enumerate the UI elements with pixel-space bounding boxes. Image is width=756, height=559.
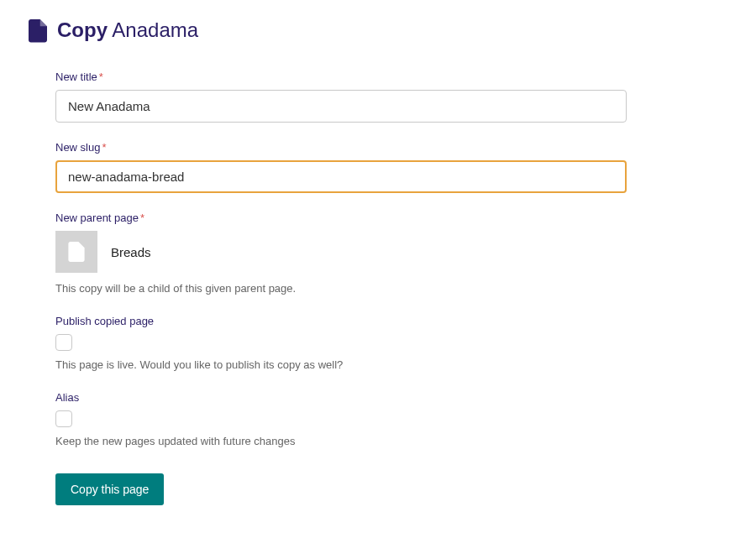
parent-page-chooser[interactable]: Breads [55, 231, 627, 273]
copy-form: New title* New slug* New parent page* Br… [55, 71, 627, 505]
new-slug-label: New slug* [55, 141, 627, 154]
required-marker: * [99, 71, 103, 83]
new-slug-field: New slug* [55, 141, 627, 193]
page-title: Copy Anadama [57, 18, 198, 42]
alias-help-text: Keep the new pages updated with future c… [55, 434, 627, 449]
new-title-label: New title* [55, 71, 627, 83]
new-parent-label: New parent page* [55, 212, 627, 224]
copy-this-page-button[interactable]: Copy this page [55, 473, 164, 505]
page-icon [29, 19, 47, 41]
title-action: Copy [57, 18, 108, 41]
parent-page-thumbnail [55, 231, 97, 273]
new-parent-field: New parent page* Breads This copy will b… [55, 212, 627, 296]
required-marker: * [102, 141, 106, 154]
parent-page-name: Breads [111, 245, 151, 259]
new-slug-input[interactable] [55, 160, 627, 193]
publish-checkbox[interactable] [55, 334, 72, 351]
required-marker: * [140, 212, 144, 224]
alias-checkbox[interactable] [55, 410, 72, 427]
alias-label: Alias [55, 391, 627, 404]
publish-label: Publish copied page [55, 315, 627, 327]
publish-field: Publish copied page This page is live. W… [55, 315, 627, 373]
parent-help-text: This copy will be a child of this given … [55, 281, 627, 296]
alias-field: Alias Keep the new pages updated with fu… [55, 391, 627, 449]
new-title-field: New title* [55, 71, 627, 123]
title-page-name: Anadama [112, 18, 198, 41]
new-title-input[interactable] [55, 90, 627, 123]
page-header: Copy Anadama [29, 18, 727, 42]
publish-help-text: This page is live. Would you like to pub… [55, 358, 627, 373]
